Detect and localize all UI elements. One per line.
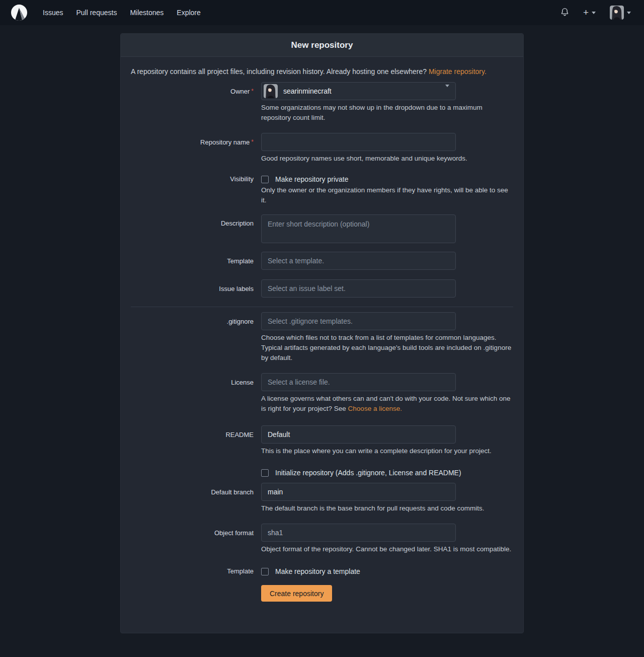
- license-placeholder: Select a license file.: [268, 378, 330, 386]
- nav-menu: Issues Pull requests Milestones Explore: [36, 0, 207, 25]
- template-flag-label: Template: [131, 566, 254, 575]
- gitignore-select[interactable]: Select .gitignore templates.: [261, 312, 456, 330]
- intro-paragraph: A repository contains all project files,…: [131, 66, 513, 77]
- license-label: License: [131, 373, 254, 414]
- home-logo[interactable]: [10, 4, 28, 22]
- required-asterisk: *: [251, 138, 254, 145]
- template-flag-row: Template Make repository a template: [131, 566, 513, 575]
- issue-labels-row: Issue labels Select an issue label set.: [131, 279, 513, 298]
- readme-value: Default: [268, 430, 290, 439]
- template-select-row: Template Select a template.: [131, 252, 513, 270]
- repo-name-label-text: Repository name: [200, 138, 250, 146]
- owner-avatar: [264, 84, 278, 98]
- visibility-help-text: Only the owner or the organization membe…: [261, 185, 513, 205]
- nav-item-milestones[interactable]: Milestones: [123, 0, 170, 25]
- gitignore-label: .gitignore: [131, 312, 254, 363]
- gitignore-help-text: Choose which files not to track from a l…: [261, 333, 513, 363]
- template-select[interactable]: Select a template.: [261, 252, 456, 270]
- nav-item-explore[interactable]: Explore: [170, 0, 207, 25]
- issue-labels-select[interactable]: Select an issue label set.: [261, 279, 456, 298]
- migrate-repository-link[interactable]: Migrate repository.: [429, 67, 487, 76]
- caret-down-icon: [445, 87, 449, 95]
- required-asterisk: *: [251, 88, 254, 95]
- bell-icon: [560, 8, 569, 18]
- readme-label: README: [131, 425, 254, 456]
- object-format-help-text: Object format of the repository. Cannot …: [261, 544, 513, 554]
- issue-labels-label: Issue labels: [131, 279, 254, 298]
- readme-select[interactable]: Default: [261, 425, 456, 444]
- panel-body: A repository contains all project files,…: [121, 57, 523, 611]
- page-title: New repository: [291, 40, 353, 50]
- default-branch-label: Default branch: [131, 483, 254, 514]
- owner-help-text: Some organizations may not show up in th…: [261, 103, 513, 123]
- template-select-placeholder: Select a template.: [268, 257, 324, 265]
- owner-row: Owner* searinminecraft: [131, 82, 513, 123]
- initialize-checkbox[interactable]: [261, 469, 269, 477]
- new-repo-panel: New repository A repository contains all…: [120, 33, 524, 633]
- repo-name-row: Repository name* Good repository names u…: [131, 133, 513, 164]
- default-branch-input[interactable]: [261, 483, 456, 501]
- description-label: Description: [131, 214, 254, 243]
- submit-row: Create repository: [131, 585, 513, 602]
- visibility-label: Visibility: [131, 174, 254, 205]
- submit-label-spacer: [131, 585, 254, 602]
- private-checkbox[interactable]: [261, 176, 269, 183]
- gitignore-row: .gitignore Select .gitignore templates. …: [131, 312, 513, 363]
- readme-row: README Default This is the place where y…: [131, 425, 513, 456]
- object-format-label: Object format: [131, 524, 254, 554]
- user-menu-button[interactable]: [605, 2, 636, 24]
- nav-item-issues[interactable]: Issues: [36, 0, 69, 25]
- initialize-label-spacer: [131, 468, 254, 477]
- repo-name-label: Repository name*: [131, 133, 254, 164]
- section-divider: [131, 307, 513, 307]
- template-flag-checkbox-label[interactable]: Make repository a template: [275, 567, 360, 575]
- repo-name-help-text: Good repository names use short, memorab…: [261, 154, 513, 164]
- choose-a-license-link[interactable]: Choose a license.: [348, 405, 402, 412]
- owner-label-text: Owner: [230, 88, 250, 95]
- object-format-row: Object format sha1 Object format of the …: [131, 524, 513, 554]
- panel-header: New repository: [121, 34, 523, 57]
- owner-label: Owner*: [131, 82, 254, 123]
- license-help-text: A license governs what others can and ca…: [261, 394, 513, 414]
- private-checkbox-label[interactable]: Make repository private: [275, 175, 349, 183]
- caret-down-icon: [627, 12, 631, 14]
- template-flag-checkbox[interactable]: [261, 568, 269, 575]
- visibility-row: Visibility Make repository private Only …: [131, 174, 513, 205]
- default-branch-help-text: The default branch is the base branch fo…: [261, 503, 513, 514]
- initialize-checkbox-label[interactable]: Initialize repository (Adds .gitignore, …: [275, 469, 461, 477]
- description-input[interactable]: [261, 214, 456, 243]
- user-avatar: [610, 6, 624, 20]
- object-format-value: sha1: [268, 529, 283, 537]
- create-new-button[interactable]: +: [578, 5, 601, 21]
- default-branch-row: Default branch The default branch is the…: [131, 483, 513, 514]
- issue-labels-placeholder: Select an issue label set.: [268, 284, 346, 293]
- intro-text: A repository contains all project files,…: [131, 67, 427, 76]
- caret-down-icon: [592, 12, 596, 14]
- owner-value: searinminecraft: [283, 87, 332, 95]
- notifications-button[interactable]: [555, 4, 574, 22]
- top-navbar: Issues Pull requests Milestones Explore …: [0, 0, 644, 25]
- navbar-right: +: [555, 2, 636, 24]
- gitignore-placeholder: Select .gitignore templates.: [268, 317, 353, 325]
- object-format-select[interactable]: sha1: [261, 524, 456, 542]
- initialize-row: Initialize repository (Adds .gitignore, …: [131, 468, 513, 477]
- owner-select[interactable]: searinminecraft: [261, 82, 456, 100]
- license-row: License Select a license file. A license…: [131, 373, 513, 414]
- mountain-logo-icon: [10, 4, 28, 22]
- license-select[interactable]: Select a license file.: [261, 373, 456, 391]
- nav-item-pull-requests[interactable]: Pull requests: [69, 0, 123, 25]
- create-repository-button[interactable]: Create repository: [261, 585, 332, 602]
- description-row: Description: [131, 214, 513, 243]
- repo-name-input[interactable]: [261, 133, 456, 151]
- template-select-label: Template: [131, 252, 254, 270]
- plus-icon: +: [583, 9, 589, 17]
- readme-help-text: This is the place where you can write a …: [261, 446, 513, 456]
